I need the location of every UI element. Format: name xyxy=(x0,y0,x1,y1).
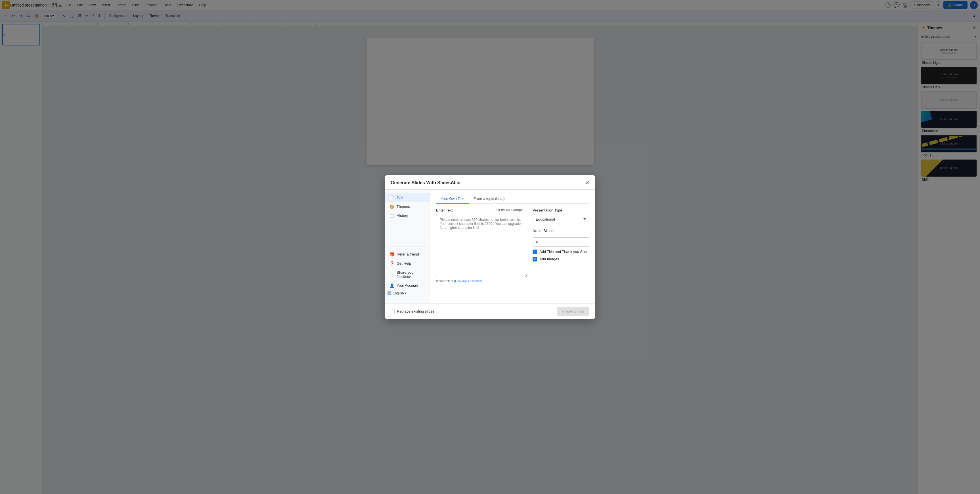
num-slides-input[interactable] xyxy=(533,237,589,247)
lang-chevron-icon: ▾ xyxy=(405,291,407,295)
account-icon: 👤 xyxy=(390,283,395,288)
how-it-works-link[interactable]: (How does it work?) xyxy=(454,279,482,283)
tab-from-topic[interactable]: From a topic (beta) xyxy=(469,194,509,204)
modal-header: Generate Slides With SlidesAI.io ✕ xyxy=(385,175,595,190)
add-title-checkbox[interactable]: ✓ xyxy=(533,250,537,254)
themes-icon: 🎨 xyxy=(390,204,395,209)
modal-nav-top: 📄 Text 🎨 Themes 🕐 History xyxy=(385,193,430,220)
gift-icon: 🎁 xyxy=(390,252,395,257)
add-title-label: Add Title and Thank you Slide xyxy=(539,250,589,254)
check-icon-2: ✓ xyxy=(534,258,536,261)
modal-sidebar: 📄 Text 🎨 Themes 🕐 History 🎁 xyxy=(385,190,430,303)
translate-icon: 🔤 xyxy=(387,291,391,295)
settings-section: Presentation Type Educational Business C… xyxy=(533,208,589,283)
modal-footer: Replace existing slides Create Slides xyxy=(385,303,595,319)
language-selector[interactable]: 🔤 English ▾ xyxy=(385,290,430,296)
add-images-checkbox[interactable]: ✓ xyxy=(533,257,537,261)
add-title-checkbox-item[interactable]: ✓ Add Title and Thank you Slide xyxy=(533,250,589,254)
add-images-label: Add Images xyxy=(539,257,559,261)
tab-own-text[interactable]: Your Own Text xyxy=(436,194,469,204)
mail-icon: ✉️ xyxy=(390,272,395,277)
presentation-type-select[interactable]: Educational Business Creative General xyxy=(533,215,589,224)
modal-main-content: Your Own Text From a topic (beta) Enter … xyxy=(430,190,595,303)
add-images-checkbox-item[interactable]: ✓ Add Images xyxy=(533,257,589,261)
char-count: 0 characters (How does it work?) xyxy=(436,279,528,283)
modal-nav-history[interactable]: 🕐 History xyxy=(385,211,430,220)
create-slides-button[interactable]: Create Slides xyxy=(557,307,589,316)
modal-body: 📄 Text 🎨 Themes 🕐 History 🎁 xyxy=(385,190,595,303)
modal-nav-feedback[interactable]: ✉️ Share your feedback xyxy=(385,268,430,281)
history-nav-icon: 🕐 xyxy=(390,214,395,218)
replace-checkbox-group[interactable]: Replace existing slides xyxy=(391,309,434,314)
text-area-section: Enter Text Or try an example → 0 charact… xyxy=(436,208,528,283)
modal-nav-text[interactable]: 📄 Text xyxy=(385,193,430,202)
replace-label: Replace existing slides xyxy=(397,309,434,314)
num-slides-group: No. of Slides xyxy=(533,229,589,247)
text-icon: 📄 xyxy=(390,195,395,200)
modal-nav-themes[interactable]: 🎨 Themes xyxy=(385,202,430,211)
modal-sidebar-bottom: 🎁 Refer a friend ❓ Get Help ✉️ Share you… xyxy=(385,246,430,300)
modal-close-button[interactable]: ✕ xyxy=(585,180,589,186)
content-row: Enter Text Or try an example → 0 charact… xyxy=(436,208,589,283)
modal-nav-account[interactable]: 👤 Your Account xyxy=(385,281,430,290)
text-area-header: Enter Text Or try an example → xyxy=(436,208,528,212)
modal-nav-refer[interactable]: 🎁 Refer a friend xyxy=(385,250,430,259)
modal-nav-help[interactable]: ❓ Get Help xyxy=(385,259,430,268)
num-slides-label: No. of Slides xyxy=(533,229,589,233)
tab-bar: Your Own Text From a topic (beta) xyxy=(436,194,589,204)
arrow-icon: → xyxy=(525,208,528,212)
help-icon: ❓ xyxy=(390,261,395,266)
check-icon: ✓ xyxy=(534,250,536,253)
presentation-type-label: Presentation Type xyxy=(533,208,589,212)
replace-checkbox[interactable] xyxy=(391,309,395,313)
modal-title: Generate Slides With SlidesAI.io xyxy=(391,180,460,185)
text-input[interactable] xyxy=(436,215,528,277)
modal-overlay: Generate Slides With SlidesAI.io ✕ 📄 Tex… xyxy=(0,0,980,494)
example-link[interactable]: Or try an example → xyxy=(496,208,528,212)
generate-slides-modal: Generate Slides With SlidesAI.io ✕ 📄 Tex… xyxy=(385,175,595,319)
enter-text-label: Enter Text xyxy=(436,208,452,212)
